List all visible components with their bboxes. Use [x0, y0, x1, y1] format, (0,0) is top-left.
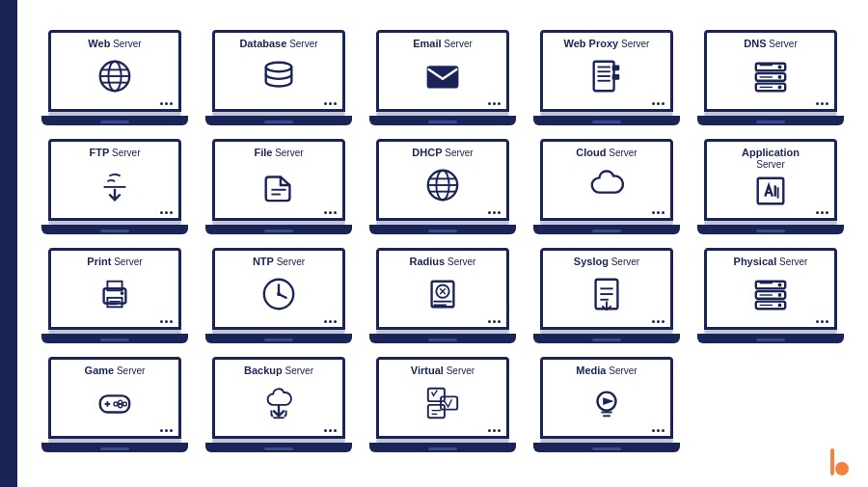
dots-application: [816, 211, 828, 214]
dot3: [334, 102, 337, 105]
laptop-hinge-file: [212, 221, 345, 225]
laptop-hinge-radius: [376, 330, 509, 334]
dot2: [165, 211, 168, 214]
svg-point-18: [778, 75, 782, 79]
dots-web: [160, 102, 173, 105]
laptop-hinge-print: [48, 330, 181, 334]
laptop-base-web: [41, 116, 188, 125]
dot2: [821, 320, 824, 323]
dot1: [160, 320, 163, 323]
server-icon-game: [96, 377, 133, 429]
svg-rect-76: [428, 404, 445, 417]
laptop-base-database: [205, 116, 352, 125]
server-card-database: Database Server: [201, 30, 357, 131]
dot3: [826, 211, 828, 214]
server-icon-web: [96, 50, 133, 102]
server-icon-database: [260, 50, 297, 102]
dot3: [170, 320, 173, 323]
laptop-application: ApplicationServer: [697, 139, 844, 240]
left-accent-bar: [0, 0, 17, 487]
dot2: [493, 429, 496, 432]
server-icon-dhcp: [424, 159, 461, 211]
svg-point-70: [123, 402, 127, 406]
dot3: [662, 211, 665, 214]
server-card-physical: Physical Server: [692, 248, 849, 349]
dot2: [165, 320, 168, 323]
brand-logo: [830, 448, 849, 475]
laptop-hinge-email: [376, 112, 509, 116]
dot3: [334, 211, 337, 214]
dot2: [493, 320, 496, 323]
dots-dns: [816, 102, 828, 105]
server-icon-print: [96, 268, 133, 320]
svg-point-19: [778, 85, 782, 89]
laptop-virtual: Virtual Server: [369, 357, 516, 458]
dot3: [170, 429, 173, 432]
dots-webproxy: [652, 102, 665, 105]
server-card-syslog: Syslog Server: [529, 248, 685, 349]
laptop-print: Print Server: [41, 248, 188, 349]
dot2: [329, 102, 332, 105]
dot1: [160, 211, 163, 214]
dot2: [493, 211, 496, 214]
dot1: [488, 429, 491, 432]
dots-ftp: [160, 211, 173, 214]
dot2: [657, 102, 660, 105]
dot1: [816, 211, 819, 214]
svg-rect-66: [100, 395, 129, 412]
laptop-base-virtual: [369, 443, 516, 452]
brand-line: [830, 448, 834, 475]
svg-rect-12: [612, 65, 620, 70]
server-card-dhcp: DHCP Server: [365, 139, 521, 240]
svg-point-5: [266, 62, 292, 71]
laptop-hinge-game: [48, 439, 181, 443]
svg-point-62: [778, 303, 782, 307]
dot3: [170, 211, 173, 214]
laptop-screen-file: File Server: [212, 139, 345, 221]
dots-game: [160, 429, 173, 432]
dots-cloud: [652, 211, 665, 214]
server-icon-ntp: [260, 268, 297, 320]
laptop-base-syslog: [533, 334, 680, 343]
laptop-base-print: [41, 334, 188, 343]
dots-radius: [488, 320, 501, 323]
dot1: [324, 211, 327, 214]
dot1: [816, 320, 819, 323]
laptop-hinge-dns: [704, 112, 837, 116]
laptop-screen-ntp: NTP Server: [212, 248, 345, 330]
dot3: [498, 429, 501, 432]
dot1: [160, 102, 163, 105]
dot2: [329, 429, 332, 432]
dot2: [657, 211, 660, 214]
laptop-backup: Backup Server: [205, 357, 352, 458]
svg-point-71: [119, 404, 122, 408]
dot1: [816, 102, 819, 105]
laptop-base-physical: [697, 334, 844, 343]
dots-dhcp: [488, 211, 501, 214]
server-card-application: ApplicationServer: [692, 139, 849, 240]
laptop-base-ftp: [41, 225, 188, 234]
laptop-webproxy: Web Proxy Server: [533, 30, 680, 131]
dot2: [657, 429, 660, 432]
laptop-hinge-virtual: [376, 439, 509, 443]
dots-physical: [816, 320, 828, 323]
server-icon-syslog: [588, 268, 625, 320]
laptop-screen-database: Database Server: [212, 30, 345, 112]
dot3: [498, 102, 501, 105]
laptop-hinge-database: [212, 112, 345, 116]
laptop-base-media: [533, 443, 680, 452]
laptop-screen-virtual: Virtual Server: [376, 357, 509, 439]
laptop-web: Web Server: [41, 30, 188, 131]
dot3: [334, 320, 337, 323]
dot1: [652, 320, 655, 323]
dots-file: [324, 211, 337, 214]
server-card-virtual: Virtual Server: [365, 357, 521, 458]
laptop-hinge-syslog: [540, 330, 673, 334]
dot1: [324, 429, 327, 432]
dots-ntp: [324, 320, 337, 323]
laptop-screen-email: Email Server: [376, 30, 509, 112]
server-card-web: Web Server: [37, 30, 193, 131]
brand-dot: [835, 462, 849, 475]
dot3: [662, 102, 665, 105]
laptop-screen-physical: Physical Server: [704, 248, 837, 330]
